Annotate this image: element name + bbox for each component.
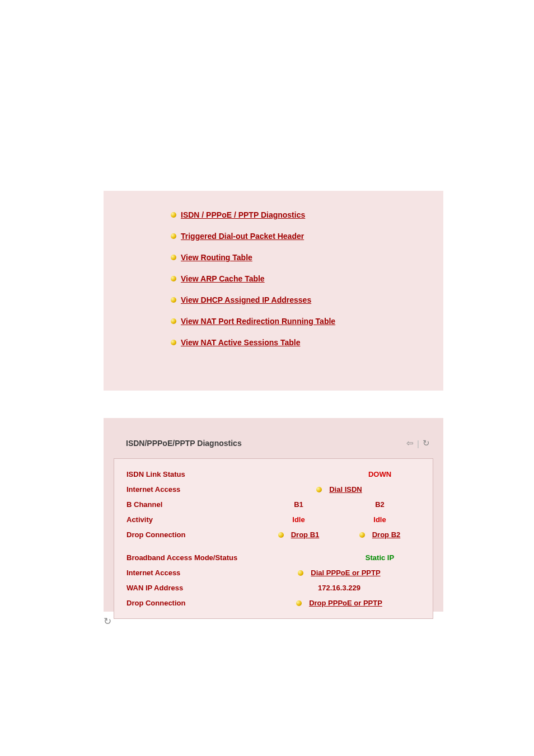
menu-item-triggered-dialout[interactable]: Triggered Dial-out Packet Header — [171, 232, 443, 241]
dial-pppoe-link[interactable]: Dial PPPoE or PPTP — [311, 569, 380, 577]
menu-item-isdn-pppoe-pptp[interactable]: ISDN / PPPoE / PPTP Diagnostics — [171, 210, 443, 219]
row-drop-connection: Drop Connection Drop B1 Drop B2 — [127, 527, 420, 542]
row-broadband-drop: Drop Connection Drop PPPoE or PPTP — [127, 595, 420, 611]
wan-ip-value: 172.16.3.229 — [258, 584, 420, 592]
bullet-icon — [171, 212, 176, 218]
bullet-icon — [171, 233, 176, 239]
diagnostics-panel: ISDN/PPPoE/PPTP Diagnostics ⇦ | ↻ ISDN L… — [104, 418, 443, 612]
drop-b1-link[interactable]: Drop B1 — [291, 530, 320, 539]
row-activity: Activity Idle Idle — [127, 512, 420, 527]
row-isdn-internet-access: Internet Access Dial ISDN — [127, 482, 420, 497]
row-b-channel: B Channel B1 B2 — [127, 497, 420, 512]
label: B Channel — [127, 500, 258, 509]
drop-b2-link[interactable]: Drop B2 — [372, 530, 401, 539]
bullet-icon — [171, 297, 176, 303]
menu-item-routing-table[interactable]: View Routing Table — [171, 253, 443, 262]
row-broadband-mode: Broadband Access Mode/Status Static IP — [127, 550, 420, 565]
refresh-icon[interactable]: ↻ — [423, 438, 430, 448]
drop-pppoe-link[interactable]: Drop PPPoE or PPTP — [309, 599, 382, 607]
menu-item-nat-port-redir[interactable]: View NAT Port Redirection Running Table — [171, 317, 443, 326]
row-isdn-link-status: ISDN Link Status DOWN — [127, 467, 420, 482]
label: WAN IP Address — [127, 584, 258, 592]
activity-b2: Idle — [339, 515, 420, 524]
bullet-icon — [171, 318, 176, 324]
bullet-icon — [171, 255, 176, 260]
menu-link-label: ISDN / PPPoE / PPTP Diagnostics — [181, 210, 305, 219]
label: Drop Connection — [127, 599, 258, 607]
broadband-mode-value: Static IP — [339, 553, 420, 562]
menu-link-label: View ARP Cache Table — [181, 274, 265, 283]
b2-header: B2 — [339, 500, 420, 509]
b1-header: B1 — [258, 500, 339, 509]
bullet-icon — [171, 276, 176, 281]
menu-item-arp-cache[interactable]: View ARP Cache Table — [171, 274, 443, 283]
menu-link-label: View DHCP Assigned IP Addresses — [181, 295, 311, 304]
refresh-icon[interactable]: ↻ — [104, 616, 111, 627]
menu-item-nat-active-sessions[interactable]: View NAT Active Sessions Table — [171, 338, 443, 347]
bullet-icon — [298, 570, 303, 576]
bullet-icon — [296, 600, 302, 606]
row-wan-ip: WAN IP Address 172.16.3.229 — [127, 580, 420, 595]
divider-icon: | — [417, 439, 419, 448]
menu-item-dhcp-assigned[interactable]: View DHCP Assigned IP Addresses — [171, 295, 443, 304]
activity-b1: Idle — [258, 515, 339, 524]
menu-list: ISDN / PPPoE / PPTP Diagnostics Triggere… — [171, 210, 443, 347]
menu-link-label: View Routing Table — [181, 253, 252, 262]
dial-isdn-link[interactable]: Dial ISDN — [329, 485, 362, 494]
bullet-icon — [278, 532, 284, 538]
menu-link-label: Triggered Dial-out Packet Header — [181, 232, 304, 241]
label: Drop Connection — [127, 530, 258, 539]
row-broadband-internet-access: Internet Access Dial PPPoE or PPTP — [127, 565, 420, 580]
label: Internet Access — [127, 569, 258, 577]
diagnostics-box: ISDN Link Status DOWN Internet Access Di… — [114, 458, 433, 619]
menu-link-label: View NAT Port Redirection Running Table — [181, 317, 335, 326]
nav-icons: ⇦ | ↻ — [406, 438, 430, 448]
menu-link-label: View NAT Active Sessions Table — [181, 338, 300, 347]
bullet-icon — [171, 340, 176, 345]
panel-header: ISDN/PPPoE/PPTP Diagnostics ⇦ | ↻ — [104, 418, 443, 458]
diagnostic-menu-panel: ISDN / PPPoE / PPTP Diagnostics Triggere… — [104, 191, 443, 391]
label: Broadband Access Mode/Status — [127, 553, 258, 562]
label: Activity — [127, 515, 258, 524]
isdn-link-status-value: DOWN — [339, 470, 420, 478]
label: ISDN Link Status — [127, 470, 258, 478]
page-title: ISDN/PPPoE/PPTP Diagnostics — [126, 439, 242, 448]
bullet-icon — [316, 487, 322, 492]
back-icon[interactable]: ⇦ — [406, 438, 414, 448]
label: Internet Access — [127, 485, 258, 494]
bullet-icon — [359, 532, 365, 538]
